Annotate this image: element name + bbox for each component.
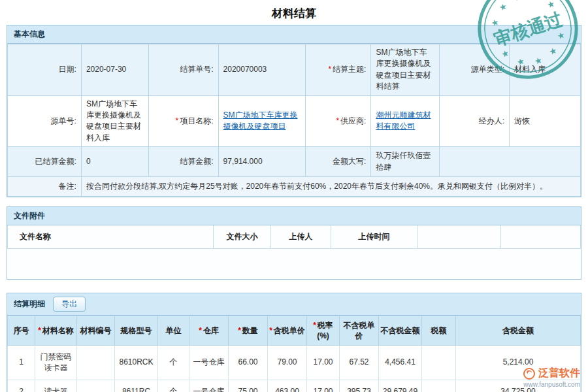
- attachments-table: 文件名称 文件大小 上传人 上传时间: [7, 225, 581, 279]
- source-no-value: SM广场地下车库更换摄像机及硬盘项目主要材料入库: [81, 95, 148, 147]
- col-price-with-tax: *含税单价: [268, 316, 307, 345]
- required-mark: *: [328, 65, 331, 74]
- cell-spec-model: 8610RCK: [115, 346, 158, 380]
- cell-amount-no-tax: 4,456.41: [379, 346, 422, 380]
- source-type-value: 材料入库: [510, 44, 581, 96]
- cell-unit: 个: [158, 380, 189, 392]
- project-value-cell: SM广场地下车库更换摄像机及硬盘项目: [218, 95, 305, 147]
- page: 材料结算 基本信息 日期: 2020-07-30 结算单号: 202007000…: [0, 0, 588, 392]
- vendor-logo-icon: [523, 367, 536, 380]
- col-file-size: 文件大小: [214, 225, 271, 249]
- col-material-name: *材料名称: [35, 316, 77, 345]
- details-section: 结算明细 导出 序号 *材料名称 材料编号 规格型号 单位 *仓库 *数量 *含…: [7, 293, 581, 392]
- agent-label: 经办人:: [440, 95, 510, 147]
- col-amount-no-tax: 不含税金额: [379, 316, 422, 345]
- date-value: 2020-07-30: [81, 44, 148, 96]
- required-mark: *: [238, 326, 241, 335]
- details-section-header: 结算明细 导出: [7, 293, 581, 316]
- table-row: 2 读卡器 8611RC 个 一号仓库 75.00 463.00 17.00 3…: [8, 380, 581, 392]
- col-warehouse: *仓库: [189, 316, 229, 345]
- col-spec-model: 规格型号: [115, 316, 158, 345]
- empty-cell: [440, 147, 581, 177]
- cell-tax-amount: [422, 380, 456, 392]
- supplier-label: *供应商:: [305, 95, 371, 147]
- basic-info-section: 基本信息 日期: 2020-07-30 结算单号: 2020070003 *结算…: [7, 25, 581, 197]
- vendor-watermark: 泛普软件 www.fanpusoft.com: [523, 367, 580, 388]
- cell-unit: 个: [158, 346, 189, 380]
- settlement-no-label: 结算单号:: [148, 44, 218, 96]
- amount-cn-value: 玖万柒仟玖佰壹拾肆: [371, 147, 440, 177]
- cell-tax-rate: 17.00: [307, 346, 340, 380]
- col-upload-time: 上传时间: [331, 225, 417, 249]
- cell-amount-no-tax: 29,679.49: [379, 380, 422, 392]
- subject-value: SM广场地下车库更换摄像机及硬盘项目主要材料结算: [371, 44, 440, 96]
- vendor-brand: 泛普软件: [538, 367, 580, 380]
- settled-amount-value: 0: [81, 147, 148, 177]
- attachments-header-row: 文件名称 文件大小 上传人 上传时间: [8, 225, 581, 249]
- attachments-section: 文件附件 文件名称 文件大小 上传人 上传时间: [7, 206, 581, 280]
- project-label: *项目名称:: [148, 95, 218, 147]
- export-button[interactable]: 导出: [53, 297, 86, 312]
- basic-row-2: 源单号: SM广场地下车库更换摄像机及硬盘项目主要材料入库 *项目名称: SM广…: [8, 95, 581, 147]
- basic-info-grid: 日期: 2020-07-30 结算单号: 2020070003 *结算主题: S…: [7, 44, 581, 197]
- cell-material-name: 门禁密码读卡器: [35, 346, 77, 380]
- cell-price-no-tax: 67.52: [340, 346, 379, 380]
- col-uploader: 上传人: [271, 225, 331, 249]
- page-title: 材料结算: [0, 0, 588, 24]
- settled-amount-label: 已结算金额:: [8, 147, 82, 177]
- details-table: 序号 *材料名称 材料编号 规格型号 单位 *仓库 *数量 *含税单价 *税率(…: [7, 316, 581, 392]
- required-mark: *: [199, 326, 202, 335]
- basic-info-section-title: 基本信息: [7, 25, 581, 44]
- amount-value: 97,914.000: [218, 147, 305, 177]
- amount-cn-label: 金额大写:: [305, 147, 371, 177]
- col-tax-amount: 税额: [422, 316, 456, 345]
- agent-value: 游恢: [510, 95, 581, 147]
- project-link[interactable]: SM广场地下车库更换摄像机及硬盘项目: [223, 110, 298, 131]
- details-section-title: 结算明细: [14, 299, 45, 310]
- col-unit: 单位: [158, 316, 189, 345]
- required-mark: *: [336, 116, 339, 125]
- cell-warehouse: 一号仓库: [189, 380, 229, 392]
- details-header-row: 序号 *材料名称 材料编号 规格型号 单位 *仓库 *数量 *含税单价 *税率(…: [8, 316, 581, 345]
- cell-warehouse: 一号仓库: [189, 346, 229, 380]
- col-empty-1: [417, 225, 501, 249]
- cell-price-with-tax: 463.00: [268, 380, 307, 392]
- source-no-label: 源单号:: [8, 95, 82, 147]
- attachments-empty-area: [8, 249, 581, 279]
- cell-spec-model: 8611RC: [115, 380, 158, 392]
- cell-quantity: 66.00: [229, 346, 268, 380]
- col-empty-2: [501, 225, 581, 249]
- remark-value: 按合同付款分段结算,双方约定每月25号对账，2020年春节前支付60%，2020…: [81, 177, 580, 197]
- col-price-no-tax: 不含税单价: [340, 316, 379, 345]
- attachments-section-title: 文件附件: [7, 207, 581, 225]
- attachments-empty-row: [8, 249, 581, 279]
- basic-row-remark: 备注: 按合同付款分段结算,双方约定每月25号对账，2020年春节前支付60%，…: [8, 177, 581, 197]
- col-quantity: *数量: [229, 316, 268, 345]
- settlement-no-value: 2020070003: [218, 44, 305, 96]
- subject-label: *结算主题:: [305, 44, 371, 96]
- cell-price-with-tax: 79.00: [268, 346, 307, 380]
- cell-material-code: [77, 380, 115, 392]
- col-material-code: 材料编号: [77, 316, 115, 345]
- basic-row-1: 日期: 2020-07-30 结算单号: 2020070003 *结算主题: S…: [8, 44, 581, 96]
- required-mark: *: [176, 116, 179, 125]
- col-file-name: 文件名称: [8, 225, 214, 249]
- source-type-label: 源单类型:: [440, 44, 510, 96]
- remark-label: 备注:: [8, 177, 82, 197]
- col-amount-with-tax: 含税金额: [456, 316, 581, 345]
- required-mark: *: [313, 321, 316, 330]
- vendor-url: www.fanpusoft.com: [523, 381, 580, 388]
- col-tax-rate: *税率(%): [307, 316, 340, 345]
- cell-tax-rate: 17.00: [307, 380, 340, 392]
- cell-price-no-tax: 395.73: [340, 380, 379, 392]
- cell-material-code: [77, 346, 115, 380]
- supplier-link[interactable]: 潮州元顺建筑材料有限公司: [376, 110, 431, 131]
- cell-seq: 1: [8, 346, 35, 380]
- required-mark: *: [269, 326, 272, 335]
- supplier-value-cell: 潮州元顺建筑材料有限公司: [371, 95, 440, 147]
- date-label: 日期:: [8, 44, 82, 96]
- cell-material-name: 读卡器: [35, 380, 77, 392]
- required-mark: *: [38, 326, 41, 335]
- amount-label: 结算金额:: [148, 147, 218, 177]
- cell-quantity: 75.00: [229, 380, 268, 392]
